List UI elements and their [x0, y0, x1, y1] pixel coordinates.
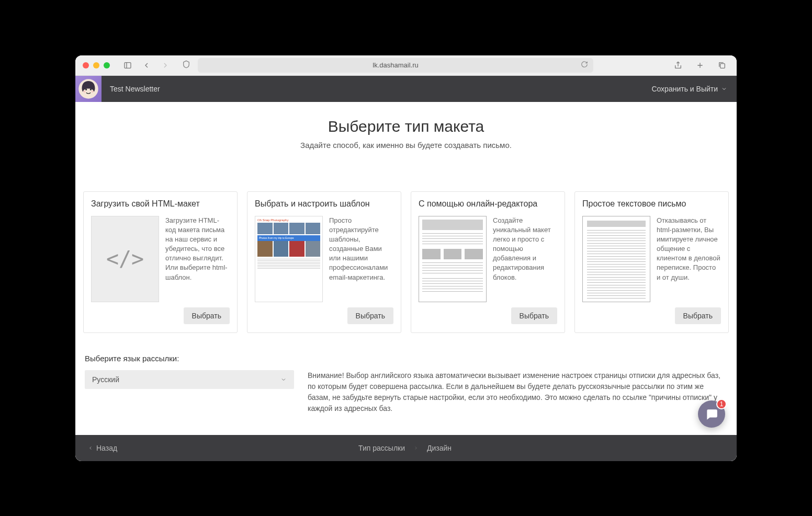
page-subtitle: Задайте способ, как именно вы будете соз…: [82, 141, 730, 150]
svg-rect-0: [125, 62, 131, 68]
card-online-editor: С помощью онлайн-редактора Создайте уник…: [411, 191, 565, 333]
breadcrumb-step[interactable]: Дизайн: [427, 444, 452, 452]
chat-widget-button[interactable]: 1: [698, 400, 725, 428]
chevron-down-icon: [280, 376, 287, 383]
language-warning-text: Внимание! Выбор английского языка автома…: [308, 370, 727, 414]
share-button[interactable]: [671, 59, 685, 72]
card-title: Выбрать и настроить шаблон: [255, 199, 393, 209]
sidebar-toggle-button[interactable]: [120, 59, 135, 72]
url-text: lk.dashamail.ru: [373, 61, 418, 69]
card-description: Просто отредактируйте шаблоны, созданные…: [329, 216, 393, 302]
template-cards: Загрузить свой HTML-макет </> Загрузите …: [82, 191, 730, 333]
chat-icon: [705, 407, 718, 421]
back-button[interactable]: Назад: [88, 444, 117, 452]
breadcrumb-step[interactable]: Тип рассылки: [358, 444, 405, 452]
window-controls: [83, 62, 110, 68]
svg-point-7: [85, 88, 87, 90]
avatar[interactable]: [75, 76, 102, 102]
language-label: Выберите язык рассылки:: [85, 354, 727, 363]
wizard-breadcrumb: Тип рассылки Дизайн: [358, 444, 452, 452]
html-code-icon: </>: [91, 216, 159, 302]
select-button[interactable]: Выбрать: [511, 307, 557, 324]
template-preview-icon: Oh Snap Photography Photos from my trip …: [255, 216, 323, 302]
select-button[interactable]: Выбрать: [347, 307, 393, 324]
chevron-down-icon: [721, 86, 727, 92]
svg-rect-5: [720, 63, 725, 68]
tabs-button[interactable]: [715, 59, 729, 72]
chat-badge: 1: [716, 399, 727, 409]
browser-toolbar: lk.dashamail.ru: [75, 55, 737, 76]
new-tab-button[interactable]: [693, 59, 707, 72]
card-title: Загрузить свой HTML-макет: [91, 199, 230, 209]
svg-point-8: [90, 88, 92, 90]
close-window-button[interactable]: [83, 62, 89, 68]
card-description: Отказываясь от html-разметки, Вы имитиру…: [657, 216, 721, 302]
card-description: Загрузите HTML-код макета письма на наш …: [165, 216, 230, 302]
select-button[interactable]: Выбрать: [675, 307, 721, 324]
plaintext-preview-icon: [582, 216, 650, 302]
chevron-right-icon: [413, 444, 419, 452]
card-title: Простое текстовое письмо: [582, 199, 721, 209]
app-footer: Назад Тип рассылки Дизайн: [75, 435, 737, 461]
card-upload-html: Загрузить свой HTML-макет </> Загрузите …: [83, 191, 238, 333]
svg-point-9: [84, 90, 86, 93]
language-section: Выберите язык рассылки: Русский Внимание…: [82, 354, 730, 414]
chevron-left-icon: [88, 445, 93, 451]
forward-button[interactable]: [158, 59, 173, 72]
address-bar[interactable]: lk.dashamail.ru: [198, 58, 593, 73]
privacy-shield-icon[interactable]: [182, 60, 190, 70]
newsletter-title: Test Newsletter: [110, 85, 160, 93]
svg-point-10: [92, 90, 94, 93]
app-content: Test Newsletter Сохранить и Выйти Выбери…: [75, 76, 737, 461]
save-and-exit-button[interactable]: Сохранить и Выйти: [651, 85, 727, 93]
page-title: Выберите тип макета: [82, 118, 730, 135]
reload-icon[interactable]: [581, 61, 588, 70]
back-button[interactable]: [139, 59, 154, 72]
select-button[interactable]: Выбрать: [184, 307, 230, 324]
main-area: Выберите тип макета Задайте способ, как …: [75, 102, 737, 435]
language-select[interactable]: Русский: [85, 370, 294, 389]
card-description: Создайте уникальный макет легко и просто…: [493, 216, 557, 302]
minimize-window-button[interactable]: [93, 62, 99, 68]
card-plain-text: Простое текстовое письмо Отказываясь от …: [574, 191, 729, 333]
browser-window: lk.dashamail.ru Test Newsletter С: [75, 55, 737, 461]
editor-preview-icon: [419, 216, 487, 302]
card-title: С помощью онлайн-редактора: [419, 199, 557, 209]
maximize-window-button[interactable]: [104, 62, 110, 68]
card-choose-template: Выбрать и настроить шаблон Oh Snap Photo…: [247, 191, 401, 333]
app-header: Test Newsletter Сохранить и Выйти: [75, 76, 737, 102]
